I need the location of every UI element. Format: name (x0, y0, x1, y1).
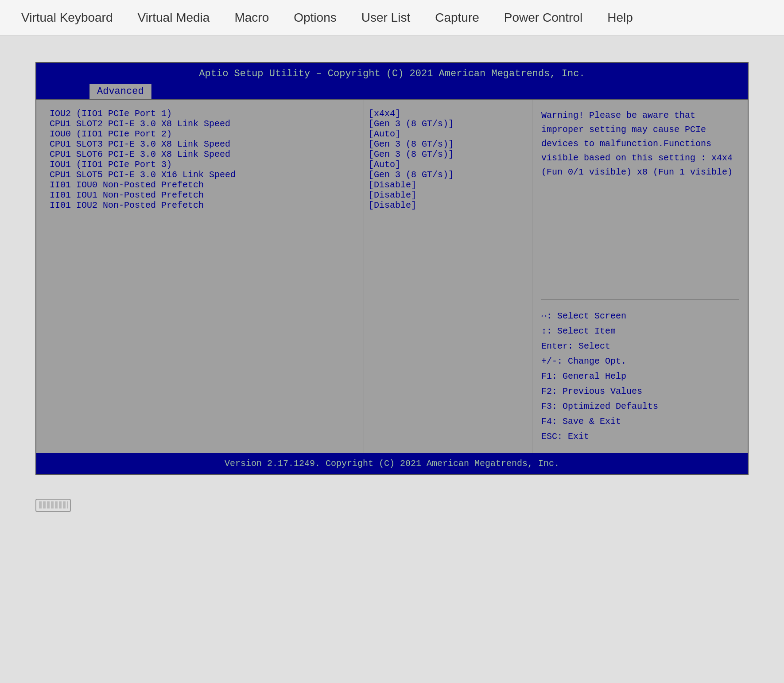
shortcut-item: ESC: Exit (541, 429, 739, 444)
bios-footer-text: Version 2.17.1249. Copyright (C) 2021 Am… (225, 458, 559, 469)
nav-help[interactable]: Help (595, 0, 645, 35)
bios-row-label-3: CPU1 SLOT3 PCI-E 3.0 X8 Link Speed (50, 139, 355, 149)
bios-divider (541, 299, 739, 300)
bios-row-label-8: II01 IOU1 Non-Posted Prefetch (50, 190, 355, 200)
shortcut-item: F1: General Help (541, 369, 739, 384)
bios-row-value-6: [Gen 3 (8 GT/s)] (369, 170, 528, 180)
bios-row-label-6: CPU1 SLOT5 PCI-E 3.0 X16 Link Speed (50, 170, 355, 180)
bios-row-label-9: II01 IOU2 Non-Posted Prefetch (50, 200, 355, 210)
bios-body: IOU2 (IIO1 PCIe Port 1)CPU1 SLOT2 PCI-E … (36, 99, 748, 453)
bios-frame: Aptio Setup Utility – Copyright (C) 2021… (35, 62, 749, 475)
bios-row-label-0: IOU2 (IIO1 PCIe Port 1) (50, 109, 355, 119)
bios-middle-panel: [x4x4][Gen 3 (8 GT/s)][Auto][Gen 3 (8 GT… (364, 100, 532, 453)
bios-row-value-7: [Disable] (369, 180, 528, 190)
bios-title: Aptio Setup Utility – Copyright (C) 2021… (199, 68, 585, 79)
keyboard-icon-area (0, 493, 784, 514)
bios-row-label-5: IOU1 (IIO1 PCIe Port 3) (50, 159, 355, 170)
main-content: Aptio Setup Utility – Copyright (C) 2021… (0, 35, 784, 493)
nav-virtual-keyboard[interactable]: Virtual Keyboard (9, 0, 125, 35)
keyboard-icon (35, 499, 71, 512)
shortcut-item: ↔: Select Screen (541, 309, 739, 324)
bios-tab-advanced[interactable]: Advanced (89, 84, 151, 99)
bios-shortcuts: ↔: Select Screen↕: Select ItemEnter: Sel… (541, 309, 739, 444)
shortcut-item: F2: Previous Values (541, 384, 739, 399)
bios-footer: Version 2.17.1249. Copyright (C) 2021 Am… (36, 453, 748, 474)
nav-power-control[interactable]: Power Control (492, 0, 595, 35)
bios-row-value-9: [Disable] (369, 200, 528, 210)
shortcut-item: ↕: Select Item (541, 324, 739, 339)
bios-right-panel: Warning! Please be aware that improper s… (532, 100, 748, 453)
nav-options[interactable]: Options (281, 0, 349, 35)
top-navigation: Virtual Keyboard Virtual Media Macro Opt… (0, 0, 784, 35)
bios-row-label-7: II01 IOU0 Non-Posted Prefetch (50, 180, 355, 190)
bios-header: Aptio Setup Utility – Copyright (C) 2021… (36, 63, 748, 81)
shortcut-item: +/-: Change Opt. (541, 354, 739, 369)
bios-row-value-1: [Gen 3 (8 GT/s)] (369, 119, 528, 129)
nav-virtual-media[interactable]: Virtual Media (125, 0, 222, 35)
nav-macro[interactable]: Macro (222, 0, 281, 35)
bios-left-panel: IOU2 (IIO1 PCIe Port 1)CPU1 SLOT2 PCI-E … (36, 100, 364, 453)
bios-row-value-0: [x4x4] (369, 109, 528, 119)
bios-row-value-8: [Disable] (369, 190, 528, 200)
bios-row-value-5: [Auto] (369, 159, 528, 170)
bios-row-label-1: CPU1 SLOT2 PCI-E 3.0 X8 Link Speed (50, 119, 355, 129)
shortcut-item: Enter: Select (541, 339, 739, 354)
shortcut-item: F3: Optimized Defaults (541, 399, 739, 414)
bios-row-value-2: [Auto] (369, 129, 528, 139)
shortcut-item: F4: Save & Exit (541, 414, 739, 429)
bios-row-label-4: CPU1 SLOT6 PCI-E 3.0 X8 Link Speed (50, 149, 355, 159)
nav-user-list[interactable]: User List (349, 0, 423, 35)
bios-row-label-2: IOU0 (IIO1 PCIe Port 2) (50, 129, 355, 139)
bios-row-value-4: [Gen 3 (8 GT/s)] (369, 149, 528, 159)
bios-help-text: Warning! Please be aware that improper s… (541, 109, 739, 291)
bios-row-value-3: [Gen 3 (8 GT/s)] (369, 139, 528, 149)
nav-capture[interactable]: Capture (423, 0, 492, 35)
bios-tab-row: Advanced (36, 81, 748, 99)
